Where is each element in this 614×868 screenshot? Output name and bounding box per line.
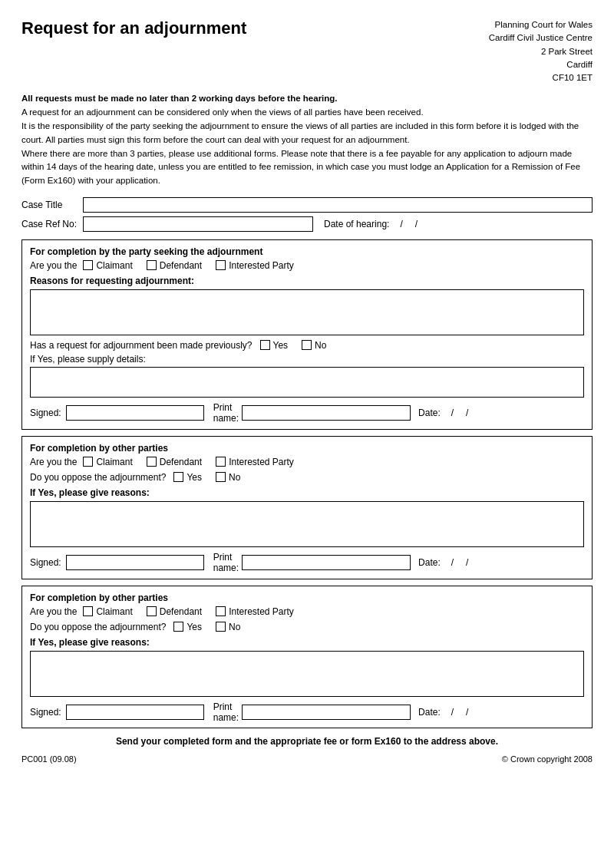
section3-box: For completion by other parties Are you … [21, 586, 593, 729]
section2-print-name-row: Print name: [213, 552, 411, 574]
intro-bold: All requests must be made no later than … [21, 92, 593, 106]
section1-defendant-label: Defendant [160, 260, 202, 271]
section1-claimant-item[interactable]: Claimant [83, 260, 132, 271]
section3-interested-party-checkbox[interactable] [216, 606, 226, 616]
section1-defendant-checkbox[interactable] [147, 260, 157, 270]
section1-are-you-row: Are you the Claimant Defendant Intereste… [30, 260, 584, 271]
section3-date-label: Date: [418, 707, 441, 718]
section3-claimant-label: Claimant [96, 606, 132, 617]
court-name: Planning Court for Wales [489, 18, 593, 31]
section1-yes-item[interactable]: Yes [260, 340, 289, 351]
section2-print-name-input[interactable] [242, 555, 411, 570]
intro-para1: A request for an adjournment can be cons… [21, 106, 593, 120]
section1-defendant-item[interactable]: Defendant [147, 260, 202, 271]
section1-if-yes-input[interactable] [30, 367, 584, 398]
section3-print-name-input[interactable] [242, 705, 411, 720]
section1-print-name-row: Print name: [213, 402, 411, 424]
section2-oppose-label: Do you oppose the adjournment? [30, 472, 166, 483]
section3-if-yes-reasons-label: If Yes, please give reasons: [30, 637, 584, 648]
case-title-input[interactable] [83, 197, 593, 213]
date-of-hearing-area: / / [394, 219, 424, 229]
case-ref-label: Case Ref No: [21, 219, 83, 229]
section1-date-label: Date: [418, 408, 441, 418]
section2-claimant-checkbox[interactable] [83, 457, 93, 467]
section2-claimant-item[interactable]: Claimant [83, 457, 132, 467]
section2-yes-item[interactable]: Yes [173, 472, 202, 483]
section2-title: For completion by other parties [30, 443, 584, 454]
section1-interested-party-checkbox[interactable] [216, 260, 226, 270]
section2-no-checkbox[interactable] [216, 472, 226, 482]
section3-oppose-row: Do you oppose the adjournment? Yes No [30, 622, 584, 632]
section3-defendant-label: Defendant [160, 606, 202, 617]
section3-slash1: / [451, 707, 454, 718]
section3-defendant-checkbox[interactable] [147, 606, 157, 616]
section3-defendant-item[interactable]: Defendant [147, 606, 202, 617]
footer-copyright: © Crown copyright 2008 [502, 754, 593, 764]
section3-no-checkbox[interactable] [216, 622, 226, 632]
section1-yes-label: Yes [273, 340, 289, 351]
section2-yes-checkbox[interactable] [173, 472, 183, 482]
footer-row: PC001 (09.08) © Crown copyright 2008 [21, 754, 593, 764]
section2-interested-party-item[interactable]: Interested Party [216, 457, 294, 467]
section1-slash2: / [466, 408, 468, 418]
section1-if-yes-label: If Yes, please supply details: [30, 354, 584, 365]
section1-no-label: No [315, 340, 326, 351]
section2-defendant-checkbox[interactable] [147, 457, 157, 467]
case-ref-row: Case Ref No: Date of hearing: / / [21, 216, 593, 232]
section3-reasons-input[interactable] [30, 651, 584, 697]
section1-no-checkbox[interactable] [302, 340, 312, 350]
section1-previously-label: Has a request for adjournment been made … [30, 340, 253, 351]
section2-signed-input[interactable] [66, 555, 204, 570]
section2-box: For completion by other parties Are you … [21, 436, 593, 579]
section2-yes-label: Yes [187, 472, 202, 483]
page-title: Request for an adjournment [21, 18, 246, 38]
section1-title: For completion by the party seeking the … [30, 246, 584, 257]
section2-interested-party-checkbox[interactable] [216, 457, 226, 467]
section3-print-name-row: Print name: [213, 701, 411, 724]
section1-signed-input[interactable] [66, 405, 204, 421]
case-ref-input[interactable] [83, 216, 313, 232]
section3-signed-label: Signed: [30, 707, 61, 718]
footer-form-code: PC001 (09.08) [21, 754, 77, 764]
section3-claimant-item[interactable]: Claimant [83, 606, 132, 617]
section1-claimant-checkbox[interactable] [83, 260, 93, 270]
section1-yes-checkbox[interactable] [260, 340, 270, 350]
section3-claimant-checkbox[interactable] [83, 606, 93, 616]
section3-signed-input[interactable] [66, 705, 204, 720]
section1-previously-row: Has a request for adjournment been made … [30, 340, 584, 351]
section3-are-you-row: Are you the Claimant Defendant Intereste… [30, 606, 584, 617]
section2-defendant-item[interactable]: Defendant [147, 457, 202, 467]
section1-print-name-input[interactable] [242, 405, 411, 421]
section1-no-item[interactable]: No [302, 340, 326, 351]
case-title-row: Case Title [21, 197, 593, 213]
section3-yes-item[interactable]: Yes [173, 622, 202, 632]
page-header: Request for an adjournment Planning Cour… [21, 18, 593, 84]
section1-signed-row: Signed: Print name: Date: / / [30, 402, 584, 424]
section1-slash1: / [451, 408, 454, 418]
section1-interested-party-item[interactable]: Interested Party [216, 260, 294, 271]
section3-title: For completion by other parties [30, 592, 584, 603]
court-building: Cardiff Civil Justice Centre [489, 31, 593, 45]
section2-date-label: Date: [418, 557, 441, 568]
section3-no-item[interactable]: No [216, 622, 240, 632]
section3-yes-checkbox[interactable] [173, 622, 183, 632]
section2-reasons-input[interactable] [30, 501, 584, 547]
section3-signed-row: Signed: Print name: Date: / / [30, 701, 584, 724]
section2-if-yes-reasons-label: If Yes, please give reasons: [30, 487, 584, 498]
section2-oppose-row: Do you oppose the adjournment? Yes No [30, 472, 584, 483]
section3-are-you-label: Are you the [30, 606, 77, 617]
section2-are-you-label: Are you the [30, 457, 77, 467]
section2-claimant-label: Claimant [96, 457, 132, 467]
section2-no-item[interactable]: No [216, 472, 240, 483]
date-of-hearing-label: Date of hearing: [324, 219, 389, 229]
section2-defendant-label: Defendant [160, 457, 202, 467]
court-address: Planning Court for Wales Cardiff Civil J… [489, 18, 593, 84]
case-title-label: Case Title [21, 200, 83, 210]
section3-interested-party-item[interactable]: Interested Party [216, 606, 294, 617]
section1-claimant-label: Claimant [96, 260, 132, 271]
section3-print-name-label: Print name: [213, 701, 239, 724]
section1-reasons-input[interactable] [30, 289, 584, 335]
section1-print-name-label: Print name: [213, 402, 239, 424]
slash2: / [415, 219, 418, 229]
section1-interested-party-label: Interested Party [229, 260, 294, 271]
